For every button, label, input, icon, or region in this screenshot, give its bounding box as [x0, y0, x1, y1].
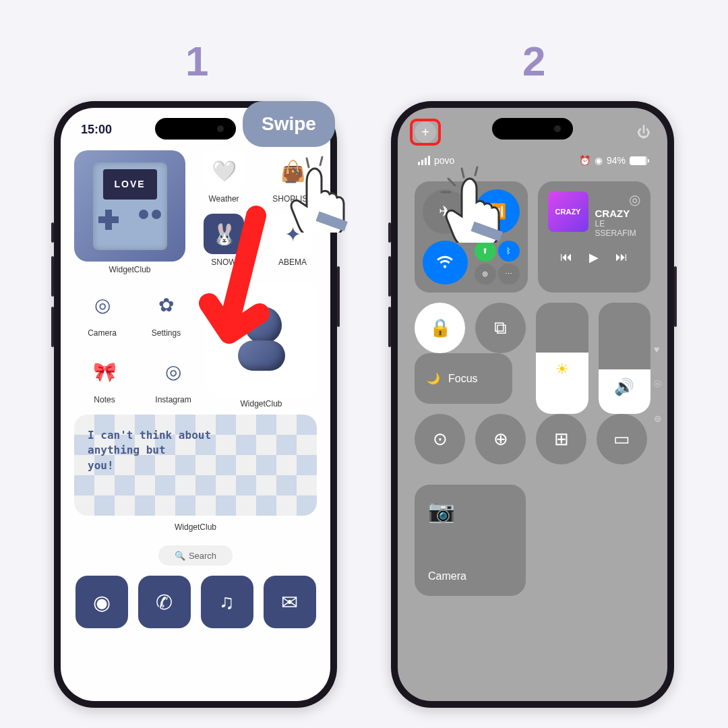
- camera-icon: 📷: [428, 498, 512, 524]
- camera-label: Camera: [428, 570, 512, 582]
- prev-track-button[interactable]: ⏮: [560, 250, 572, 265]
- location-icon: ◉: [595, 155, 603, 166]
- widget-gameboy[interactable]: LOVE: [74, 150, 185, 262]
- moon-focus-icon[interactable]: [415, 363, 465, 414]
- app-label: Settings: [152, 328, 181, 338]
- svg-line-4: [320, 157, 322, 165]
- dock-safari[interactable]: ◉: [75, 576, 128, 628]
- app-label: Instagram: [155, 395, 191, 404]
- swipe-badge: Swipe: [243, 101, 335, 147]
- brightness-slider[interactable]: ☀: [536, 303, 588, 414]
- speaker-icon: 🔊: [614, 377, 634, 396]
- more-side-icon: ⊚: [654, 413, 662, 424]
- app-weather[interactable]: 🤍: [204, 150, 244, 191]
- alarm-icon: ⏰: [579, 155, 590, 166]
- signal-side-icon: ⦾: [654, 378, 662, 390]
- album-art: CRAZY: [548, 191, 588, 232]
- focus-label: Focus: [448, 373, 478, 385]
- step-number-2: 2: [522, 37, 545, 85]
- search-label: Search: [189, 551, 216, 561]
- vpn-icon: ⋯: [498, 264, 520, 284]
- svg-line-3: [307, 158, 309, 167]
- sun-icon: ☀: [555, 361, 569, 378]
- banner-text: I can't think about anything but you!: [88, 428, 303, 473]
- rotation-lock-button[interactable]: 🔒: [415, 303, 465, 353]
- connectivity-more[interactable]: ⬆ᛒ ⊚⋯: [475, 241, 520, 285]
- clock: 15:00: [81, 123, 112, 137]
- search-button[interactable]: 🔍Search: [158, 545, 233, 566]
- app-settings[interactable]: ✿: [146, 284, 187, 325]
- app-label: Notes: [94, 395, 115, 404]
- dynamic-island: [155, 118, 236, 140]
- music-tile[interactable]: CRAZY ◎ CRAZY LE SSERAFIM ⏮ ▶ ⏭: [538, 181, 651, 293]
- record-button[interactable]: ⊙: [415, 414, 465, 464]
- next-track-button[interactable]: ⏭: [615, 250, 628, 265]
- dynamic-island: [492, 118, 573, 140]
- magnifier-button[interactable]: ⊕: [475, 414, 526, 464]
- swipe-arrow: [195, 202, 290, 364]
- svg-line-2: [293, 169, 300, 175]
- svg-line-9: [475, 167, 477, 175]
- wifi-button[interactable]: [423, 241, 468, 285]
- pointer-hand-icon: [276, 145, 364, 235]
- volume-slider[interactable]: 🔊: [599, 303, 651, 414]
- dock-music[interactable]: ♫: [201, 576, 253, 628]
- moon-icon: 🌙: [427, 372, 440, 385]
- app-notes[interactable]: 🎀: [84, 351, 125, 392]
- svg-line-8: [462, 169, 464, 177]
- gameboy-screen-text: LOVE: [103, 169, 157, 200]
- app-instagram[interactable]: ◎: [153, 351, 193, 392]
- svg-line-7: [448, 179, 455, 185]
- power-icon[interactable]: ⏻: [637, 125, 650, 140]
- low-power-button[interactable]: ▭: [597, 414, 647, 464]
- camera-tile[interactable]: 📷 Camera: [415, 485, 526, 596]
- add-control-button[interactable]: +: [415, 121, 436, 143]
- search-icon: 🔍: [175, 551, 185, 561]
- battery-pct: 94%: [607, 155, 626, 166]
- widget-label: WidgetClub: [109, 265, 150, 274]
- dock-mail[interactable]: ✉: [264, 576, 316, 628]
- calculator-button[interactable]: ⊞: [536, 414, 586, 464]
- airplay-icon[interactable]: ◎: [629, 191, 640, 208]
- app-label: Camera: [88, 328, 117, 338]
- battery-icon: [630, 156, 647, 165]
- widget-label: WidgetClub: [61, 522, 330, 532]
- screen-mirror-button[interactable]: ⧉: [475, 303, 526, 353]
- heart-icon: ♥: [654, 344, 662, 355]
- highlight-box: [410, 119, 441, 146]
- widget-banner-text[interactable]: I can't think about anything but you!: [74, 415, 317, 516]
- play-button[interactable]: ▶: [589, 250, 599, 265]
- app-camera[interactable]: ◎: [82, 284, 123, 325]
- hotspot-icon: ⊚: [475, 264, 496, 284]
- widget-label: WidgetClub: [240, 399, 282, 408]
- dock-phone[interactable]: ✆: [138, 576, 191, 628]
- step-number-1: 1: [185, 37, 208, 85]
- dock: ◉ ✆ ♫ ✉: [74, 576, 317, 628]
- pointer-hand-icon: [431, 155, 519, 245]
